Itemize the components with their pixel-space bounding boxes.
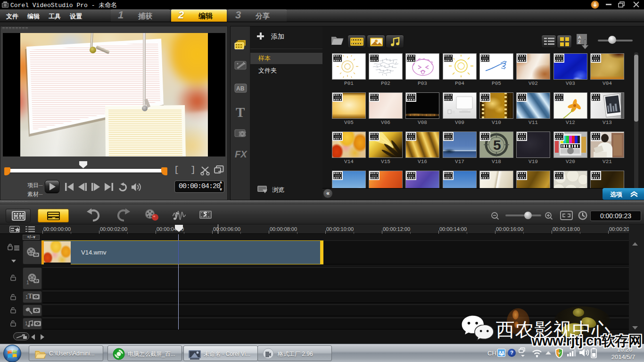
svg-text:5: 5 [493, 137, 501, 153]
svg-text:AB: AB [236, 85, 245, 92]
svg-text:1: 1 [26, 280, 29, 285]
svg-text:Z: Z [578, 40, 581, 44]
svg-text:A: A [578, 35, 581, 40]
